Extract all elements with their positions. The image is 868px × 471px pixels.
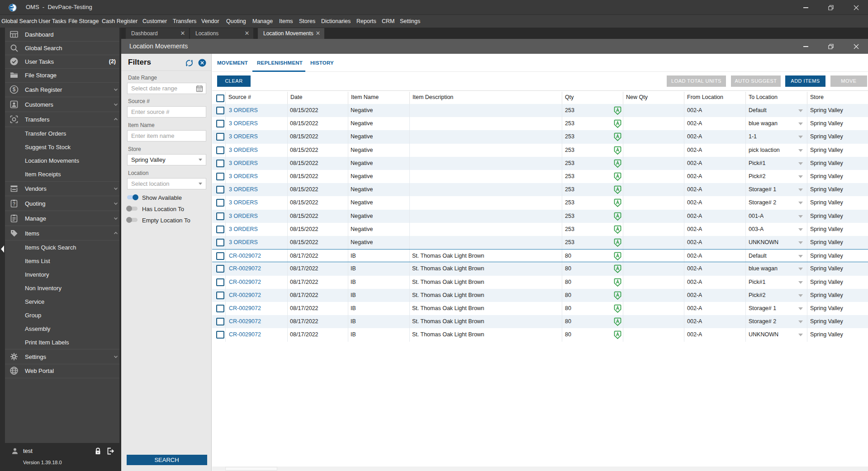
svg-text:?: ? bbox=[13, 202, 15, 207]
svg-text:$: $ bbox=[13, 86, 16, 93]
